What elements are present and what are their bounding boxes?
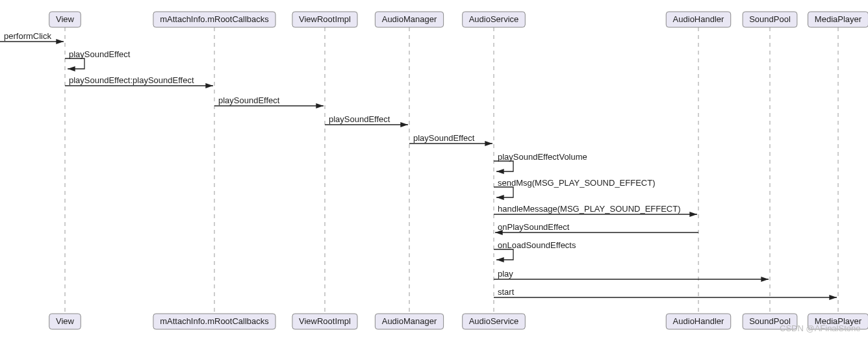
watermark: CSDN @AFinalStone	[780, 323, 860, 333]
msg-label: onLoadSoundEffects	[498, 240, 576, 250]
msg-label: playSoundEffect	[69, 49, 131, 59]
sequence-diagram: ViewmAttachInfo.mRootCallbacksViewRootIm…	[0, 0, 868, 339]
msg-label: performClick	[4, 31, 51, 41]
msg-label: start	[498, 287, 515, 297]
actor-label-vri: ViewRootImpl	[299, 14, 351, 24]
self-message	[494, 249, 513, 260]
msg-label: playSoundEffect	[218, 95, 280, 105]
actor-label-vri: ViewRootImpl	[299, 316, 351, 326]
msg-label: playSoundEffectVolume	[498, 152, 587, 162]
msg-label: playSoundEffect	[413, 133, 475, 143]
self-message	[494, 187, 513, 197]
self-message	[494, 161, 513, 171]
actor-label-mp: MediaPlayer	[815, 14, 862, 24]
msg-label: onPlaySoundEffect	[498, 222, 570, 232]
actor-label-as: AudioService	[469, 316, 519, 326]
msg-label: playSoundEffect:playSoundEffect	[69, 75, 194, 85]
actor-label-am: AudioManager	[382, 14, 437, 24]
actor-label-root: mAttachInfo.mRootCallbacks	[160, 316, 269, 326]
actor-label-am: AudioManager	[382, 316, 437, 326]
msg-label: play	[498, 269, 513, 279]
actor-label-ah: AudioHandler	[673, 316, 724, 326]
actor-label-sp: SoundPool	[749, 14, 791, 24]
actor-label-view: View	[56, 14, 75, 24]
msg-label: playSoundEffect	[329, 114, 390, 124]
actor-label-root: mAttachInfo.mRootCallbacks	[160, 14, 269, 24]
msg-label: sendMsg(MSG_PLAY_SOUND_EFFECT)	[498, 178, 656, 188]
actor-label-ah: AudioHandler	[673, 14, 724, 24]
msg-label: handleMessage(MSG_PLAY_SOUND_EFFECT)	[498, 204, 681, 214]
actor-label-view: View	[56, 316, 75, 326]
actor-label-as: AudioService	[469, 14, 519, 24]
self-message	[65, 58, 84, 69]
